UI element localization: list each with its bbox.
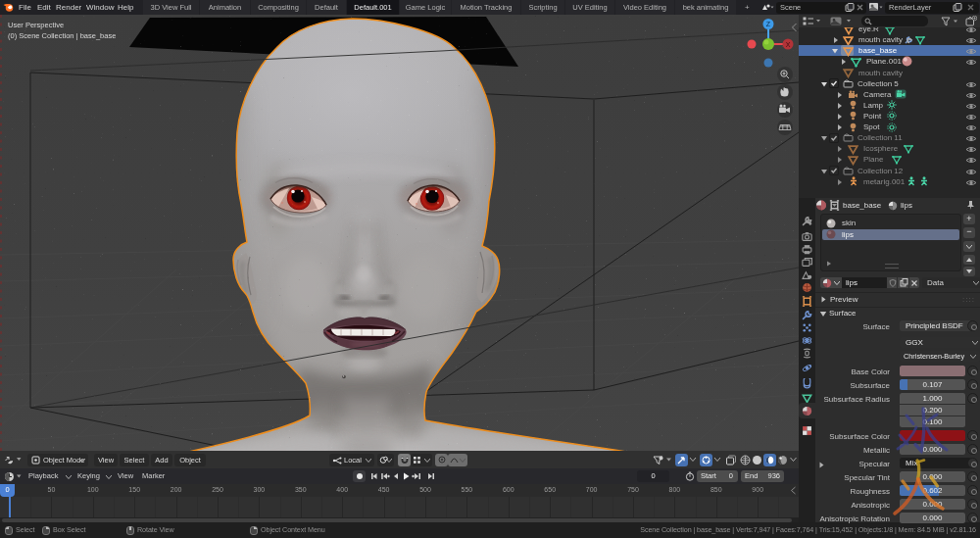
svg-text:Z: Z <box>766 21 771 27</box>
svg-text:X: X <box>786 41 791 48</box>
